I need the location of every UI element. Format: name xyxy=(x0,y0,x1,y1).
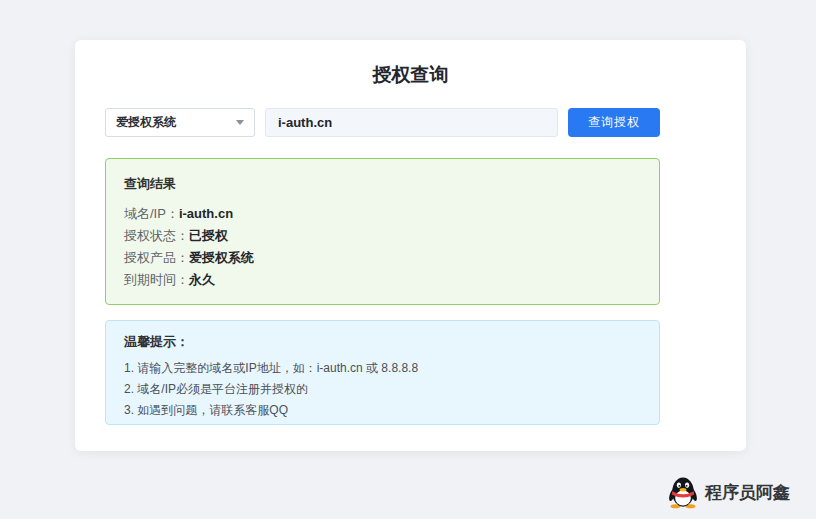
brand-name: 程序员阿鑫 xyxy=(705,481,790,504)
domain-input[interactable] xyxy=(265,108,558,137)
result-label: 授权产品： xyxy=(124,250,189,265)
result-label: 授权状态： xyxy=(124,228,189,243)
tip-item: 3. 如遇到问题，请联系客服QQ xyxy=(124,400,641,421)
result-value: 爱授权系统 xyxy=(189,250,254,265)
page-title: 授权查询 xyxy=(75,62,746,88)
tips-panel: 温馨提示： 1. 请输入完整的域名或IP地址，如：i-auth.cn 或 8.8… xyxy=(105,320,660,425)
result-row-status: 授权状态：已授权 xyxy=(124,229,641,243)
result-row-domain: 域名/IP：i-auth.cn xyxy=(124,207,641,221)
query-form: 爱授权系统 查询授权 xyxy=(105,108,660,137)
auth-query-card: 授权查询 爱授权系统 查询授权 查询结果 域名/IP：i-auth.cn 授权状… xyxy=(75,40,746,451)
qq-penguin-icon xyxy=(668,475,698,509)
result-row-expiry: 到期时间：永久 xyxy=(124,273,641,287)
query-button[interactable]: 查询授权 xyxy=(568,108,660,137)
result-label: 到期时间： xyxy=(124,272,189,287)
product-select[interactable]: 爱授权系统 xyxy=(105,108,255,137)
result-value: 永久 xyxy=(189,272,215,287)
result-value: i-auth.cn xyxy=(179,206,233,221)
footer-brand: 程序员阿鑫 xyxy=(668,475,790,509)
tips-title: 温馨提示： xyxy=(124,333,641,351)
tip-item: 1. 请输入完整的域名或IP地址，如：i-auth.cn 或 8.8.8.8 xyxy=(124,358,641,379)
result-value: 已授权 xyxy=(189,228,228,243)
product-select-value: 爱授权系统 xyxy=(116,114,176,131)
result-row-product: 授权产品：爱授权系统 xyxy=(124,251,641,265)
chevron-down-icon xyxy=(236,120,244,125)
result-label: 域名/IP： xyxy=(124,206,179,221)
tip-item: 2. 域名/IP必须是平台注册并授权的 xyxy=(124,379,641,400)
result-panel: 查询结果 域名/IP：i-auth.cn 授权状态：已授权 授权产品：爱授权系统… xyxy=(105,158,660,305)
result-panel-title: 查询结果 xyxy=(124,175,641,193)
